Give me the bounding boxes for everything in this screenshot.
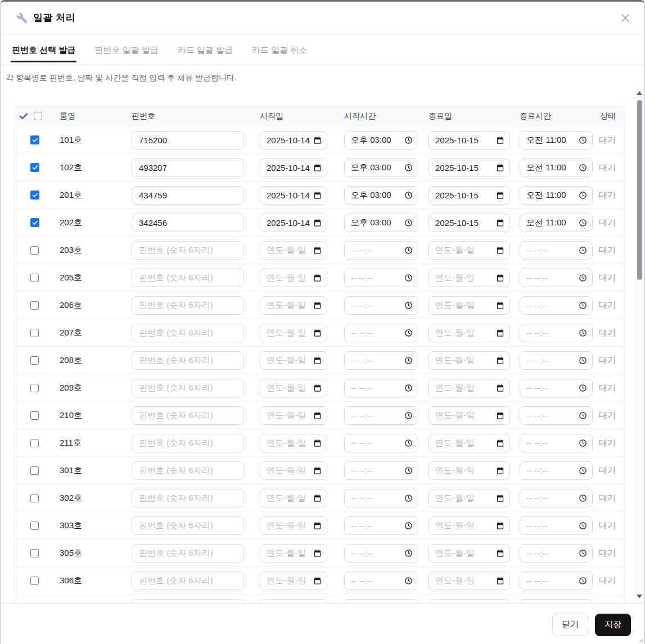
pin-input[interactable]: 715200	[132, 131, 244, 149]
end-date-input[interactable]: 연도-월-일	[429, 516, 510, 535]
pin-input[interactable]: 434759	[132, 186, 244, 205]
end-date-input[interactable]: 2025-10-15	[429, 158, 510, 177]
end-date-input[interactable]: 연도-월-일	[429, 296, 510, 315]
pin-input[interactable]: 핀번호 (숫자 6자리)	[132, 379, 244, 397]
start-time-input[interactable]: 오후 03:00	[344, 186, 418, 205]
row-checkbox[interactable]	[30, 135, 39, 144]
end-date-input[interactable]: 연도-월-일	[429, 461, 510, 480]
start-time-input[interactable]: 오후 03:00	[344, 158, 418, 177]
pin-input[interactable]: 493207	[132, 158, 244, 177]
pin-input[interactable]: 핀번호 (숫자 6자리)	[132, 241, 244, 260]
row-checkbox[interactable]	[30, 191, 39, 199]
start-date-input[interactable]: 연도-월-일	[260, 379, 327, 397]
tab-pin-select-issue[interactable]: 핀번호 선택 발급	[11, 45, 76, 65]
scrollbar-down-arrow-icon[interactable]	[637, 595, 642, 598]
start-date-input[interactable]: 연도-월-일	[260, 241, 327, 260]
pin-input[interactable]: 핀번호 (숫자 6자리)	[132, 296, 244, 315]
row-checkbox[interactable]	[30, 577, 39, 585]
start-date-input[interactable]: 연도-월-일	[260, 351, 327, 370]
end-time-input[interactable]: -- --:--	[520, 461, 593, 480]
row-checkbox[interactable]	[30, 246, 39, 255]
row-checkbox[interactable]	[30, 384, 39, 392]
end-time-input[interactable]: -- --:--	[520, 296, 593, 315]
start-time-input[interactable]: 오후 03:00	[344, 214, 418, 232]
end-time-input[interactable]: -- --:--	[520, 241, 593, 260]
pin-input[interactable]: 핀번호 (숫자 6자리)	[132, 461, 244, 480]
row-checkbox[interactable]	[30, 218, 39, 227]
scrollbar-thumb[interactable]	[637, 100, 642, 280]
start-time-input[interactable]: -- --:--	[344, 296, 418, 315]
start-date-input[interactable]: 연도-월-일	[260, 406, 327, 425]
row-checkbox[interactable]	[30, 521, 39, 530]
end-date-input[interactable]: 연도-월-일	[429, 489, 510, 507]
end-date-input[interactable]: 연도-월-일	[429, 269, 510, 287]
start-date-input[interactable]: 연도-월-일	[260, 572, 327, 590]
start-time-input[interactable]: -- --:--	[344, 461, 418, 480]
start-date-input[interactable]: 연도-월-일	[260, 599, 327, 604]
end-date-input[interactable]: 연도-월-일	[429, 379, 510, 397]
end-time-input[interactable]: 오전 11:00	[520, 214, 593, 232]
resize-grip[interactable]	[638, 637, 644, 643]
pin-input[interactable]: 핀번호 (숫자 6자리)	[132, 544, 244, 563]
end-date-input[interactable]: 연도-월-일	[429, 572, 510, 590]
end-time-input[interactable]: -- --:--	[520, 269, 593, 287]
row-checkbox[interactable]	[30, 549, 39, 557]
end-time-input[interactable]: -- --:--	[520, 516, 593, 535]
vertical-scrollbar[interactable]	[635, 87, 644, 603]
pin-input[interactable]: 핀번호 (숫자 6자리)	[132, 434, 244, 452]
start-time-input[interactable]: -- --:--	[344, 324, 418, 342]
start-date-input[interactable]: 연도-월-일	[260, 544, 327, 563]
end-time-input[interactable]: 오전 11:00	[520, 131, 593, 149]
row-checkbox[interactable]	[30, 329, 39, 337]
close-button[interactable]: 닫기	[552, 614, 588, 636]
select-all-check-icon[interactable]	[19, 111, 29, 121]
start-date-input[interactable]: 연도-월-일	[260, 461, 327, 480]
start-time-input[interactable]: -- --:--	[344, 489, 418, 507]
pin-input[interactable]: 핀번호 (숫자 6자리)	[132, 351, 244, 370]
start-date-input[interactable]: 2025-10-14	[260, 214, 327, 232]
pin-input[interactable]: 핀번호 (숫자 6자리)	[132, 516, 244, 535]
start-date-input[interactable]: 연도-월-일	[260, 516, 327, 535]
start-time-input[interactable]: -- --:--	[344, 599, 418, 604]
tab-card-batch-issue[interactable]: 카드 일괄 발급	[177, 45, 234, 65]
end-date-input[interactable]: 연도-월-일	[429, 434, 510, 452]
start-date-input[interactable]: 연도-월-일	[260, 324, 327, 342]
start-time-input[interactable]: -- --:--	[344, 351, 418, 370]
tab-card-batch-cancel[interactable]: 카드 일괄 취소	[251, 45, 308, 65]
end-time-input[interactable]: 오전 11:00	[520, 158, 593, 177]
end-time-input[interactable]: -- --:--	[520, 434, 593, 452]
row-checkbox[interactable]	[30, 411, 39, 420]
start-time-input[interactable]: 오후 03:00	[344, 131, 418, 149]
end-time-input[interactable]: -- --:--	[520, 489, 593, 507]
start-time-input[interactable]: -- --:--	[344, 269, 418, 287]
start-date-input[interactable]: 2025-10-14	[260, 131, 327, 149]
pin-input[interactable]: 핀번호 (숫자 6자리)	[132, 269, 244, 287]
pin-input[interactable]: 핀번호 (숫자 6자리)	[132, 489, 244, 507]
end-date-input[interactable]: 연도-월-일	[429, 544, 510, 563]
start-time-input[interactable]: -- --:--	[344, 544, 418, 563]
start-date-input[interactable]: 연도-월-일	[260, 269, 327, 287]
pin-input[interactable]: 핀번호 (숫자 6자리)	[132, 406, 244, 425]
end-time-input[interactable]: -- --:--	[520, 544, 593, 563]
end-time-input[interactable]: -- --:--	[520, 351, 593, 370]
pin-input[interactable]: 핀번호 (숫자 6자리)	[132, 572, 244, 590]
pin-input[interactable]: 342456	[132, 214, 244, 232]
row-checkbox[interactable]	[30, 274, 39, 282]
end-date-input[interactable]: 2025-10-15	[429, 131, 510, 149]
row-checkbox[interactable]	[30, 301, 39, 310]
start-date-input[interactable]: 연도-월-일	[260, 489, 327, 507]
scrollbar-up-arrow-icon[interactable]	[637, 91, 642, 95]
end-time-input[interactable]: -- --:--	[520, 406, 593, 425]
end-time-input[interactable]: -- --:--	[520, 324, 593, 342]
pin-input[interactable]: 핀번호 (숫자 6자리)	[132, 599, 244, 604]
end-date-input[interactable]: 2025-10-15	[429, 186, 510, 205]
row-checkbox[interactable]	[30, 439, 39, 447]
start-time-input[interactable]: -- --:--	[344, 379, 418, 397]
end-date-input[interactable]: 연도-월-일	[429, 324, 510, 342]
row-checkbox[interactable]	[30, 356, 39, 365]
start-time-input[interactable]: -- --:--	[344, 434, 418, 452]
end-time-input[interactable]: -- --:--	[520, 572, 593, 590]
select-all-checkbox[interactable]	[34, 112, 42, 120]
end-time-input[interactable]: -- --:--	[520, 379, 593, 397]
start-time-input[interactable]: -- --:--	[344, 406, 418, 425]
